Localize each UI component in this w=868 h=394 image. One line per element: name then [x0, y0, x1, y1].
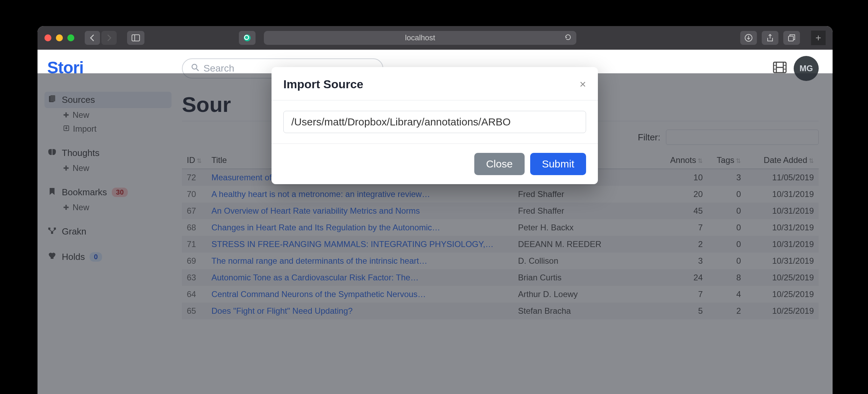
minimize-window-button[interactable] — [56, 34, 63, 41]
close-icon[interactable]: × — [579, 78, 586, 91]
svg-rect-4 — [788, 36, 793, 41]
titlebar-right — [740, 31, 800, 45]
browser-titlebar: localhost + — [37, 26, 833, 50]
maximize-window-button[interactable] — [67, 34, 74, 41]
close-button[interactable]: Close — [474, 153, 525, 175]
import-source-modal: Import Source × Close Submit — [272, 67, 598, 184]
import-path-input[interactable] — [283, 111, 586, 133]
submit-button[interactable]: Submit — [530, 153, 586, 175]
address-bar[interactable]: localhost — [264, 31, 576, 45]
svg-point-14 — [192, 64, 197, 69]
window-controls — [44, 34, 74, 41]
new-tab-button[interactable]: + — [811, 31, 826, 45]
forward-button[interactable] — [101, 31, 117, 45]
search-icon — [191, 63, 199, 74]
downloads-button[interactable] — [740, 31, 757, 45]
search-placeholder: Search — [203, 63, 234, 74]
browser-window: localhost + Stori — [37, 26, 833, 394]
reload-icon[interactable] — [565, 34, 571, 42]
url-text: localhost — [405, 33, 435, 42]
svg-line-15 — [197, 69, 199, 71]
nav-buttons — [85, 31, 117, 45]
svg-rect-0 — [132, 35, 140, 41]
avatar-initials: MG — [800, 64, 813, 73]
modal-title: Import Source — [283, 77, 363, 91]
back-button[interactable] — [85, 31, 100, 45]
sidebar-toggle-button[interactable] — [127, 31, 144, 45]
extension-button[interactable] — [239, 31, 256, 45]
close-window-button[interactable] — [44, 34, 51, 41]
share-button[interactable] — [762, 31, 778, 45]
tabs-button[interactable] — [783, 31, 800, 45]
